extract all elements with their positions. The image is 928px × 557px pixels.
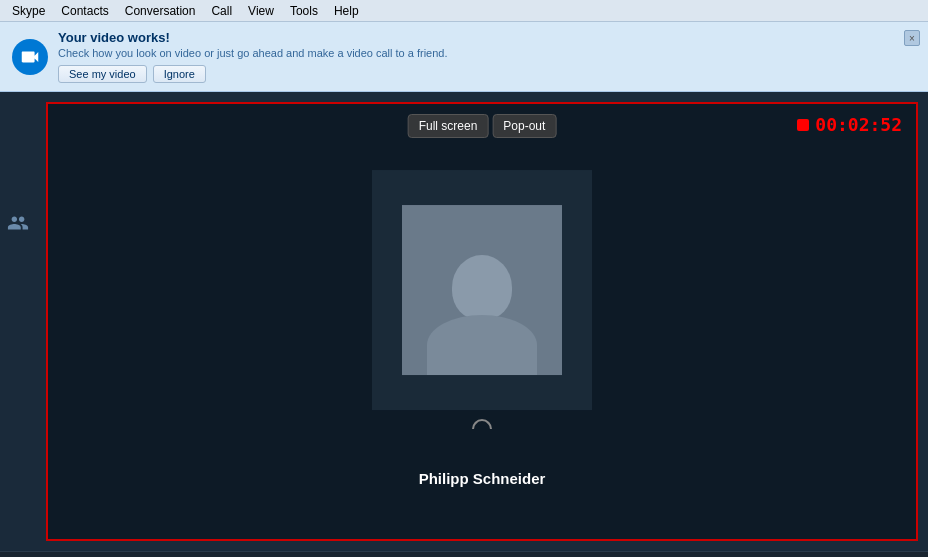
notification-buttons: See my video Ignore — [58, 65, 916, 83]
recording-indicator — [797, 119, 809, 131]
see-my-video-button[interactable]: See my video — [58, 65, 147, 83]
menu-conversation[interactable]: Conversation — [117, 2, 204, 20]
menu-skype[interactable]: Skype — [4, 2, 53, 20]
popout-button[interactable]: Pop-out — [492, 114, 556, 138]
avatar-outer — [372, 170, 592, 410]
avatar-body — [427, 315, 537, 375]
menu-contacts[interactable]: Contacts — [53, 2, 116, 20]
main-area: Full screen Pop-out 00:02:52 Ph — [0, 92, 928, 551]
avatar-container — [372, 170, 592, 432]
video-area: Full screen Pop-out 00:02:52 Ph — [46, 102, 918, 541]
close-notification-button[interactable]: × — [904, 30, 920, 46]
menu-help[interactable]: Help — [326, 2, 367, 20]
contacts-icon[interactable] — [7, 212, 29, 239]
notification-bar: Your video works! Check how you look on … — [0, 22, 928, 92]
bottom-toolbar: 📞 End call Add people My video Share — [0, 551, 928, 557]
contact-name: Philipp Schneider — [419, 470, 546, 487]
video-icon — [12, 39, 48, 75]
notification-subtitle: Check how you look on video or just go a… — [58, 47, 916, 59]
fullscreen-button[interactable]: Full screen — [408, 114, 489, 138]
avatar-inner — [402, 205, 562, 375]
menu-tools[interactable]: Tools — [282, 2, 326, 20]
connection-indicator — [467, 416, 497, 432]
menu-call[interactable]: Call — [203, 2, 240, 20]
ignore-button[interactable]: Ignore — [153, 65, 206, 83]
menu-view[interactable]: View — [240, 2, 282, 20]
call-timer: 00:02:52 — [797, 114, 902, 135]
menu-bar: Skype Contacts Conversation Call View To… — [0, 0, 928, 22]
notification-content: Your video works! Check how you look on … — [58, 30, 916, 83]
sidebar — [0, 92, 36, 551]
avatar-person — [402, 205, 562, 375]
connection-arc — [472, 419, 492, 429]
notification-title: Your video works! — [58, 30, 916, 45]
timer-display: 00:02:52 — [815, 114, 902, 135]
avatar-head — [452, 255, 512, 320]
video-top-controls: Full screen Pop-out — [408, 114, 557, 138]
